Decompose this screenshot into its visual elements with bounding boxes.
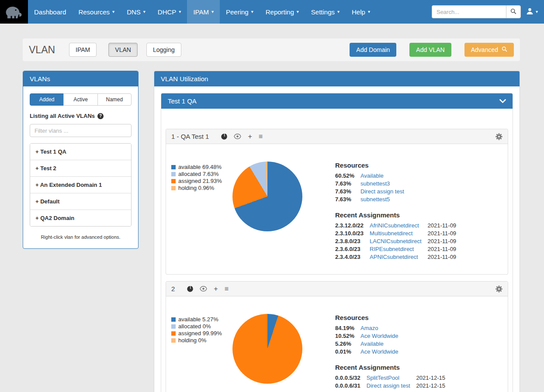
vlans-panel-header: VLANs — [23, 71, 138, 86]
chevron-down-icon[interactable] — [499, 99, 506, 103]
vlan-item-test-2[interactable]: + Test 2 — [30, 160, 131, 176]
tab-logging[interactable]: Logging — [146, 43, 181, 57]
vlans-panel-body: Added Active Named Listing all Active VL… — [23, 86, 138, 248]
help-icon[interactable]: ? — [97, 113, 104, 119]
navbar-right: ▾ — [432, 0, 544, 24]
vlan-item-an-extended-domain-1[interactable]: + An Extended Domain 1 — [30, 176, 131, 193]
legend-swatch — [171, 317, 176, 322]
caret-down-icon: ▾ — [368, 10, 370, 14]
sidebar-note: Right-click vlan for advanced options. — [30, 234, 132, 240]
search-icon — [510, 8, 516, 16]
eye-icon[interactable] — [234, 134, 241, 139]
vlan-item-test-1-qa[interactable]: + Test 1 QA — [30, 144, 131, 160]
assignment-row: 2.3.8.0/23 LACNICsubnetdirect 2021-11-09 — [335, 237, 462, 245]
caret-down-icon: ▾ — [112, 10, 114, 14]
advanced-button[interactable]: Advanced — [464, 43, 514, 57]
chart-toolbar: + ≡ — [187, 285, 229, 292]
assignment-link[interactable]: AfriNICsubnetdirect — [370, 222, 428, 230]
gear-icon[interactable] — [495, 285, 502, 292]
assignment-link[interactable]: LACNICsubnetdirect — [370, 237, 428, 245]
nav-item-dashboard[interactable]: Dashboard — [28, 0, 72, 24]
legend-swatch — [171, 165, 176, 169]
caret-down-icon: ▾ — [337, 10, 340, 14]
resource-row: 7.63% subnettest3 — [335, 180, 410, 188]
chart-stats: Resources 84.19% Amazo 10.52% — [335, 314, 502, 390]
assignment-cidr: 0.0.0.5/32 — [335, 374, 367, 382]
domain-panel-header[interactable]: Test 1 QA — [161, 93, 513, 109]
legend-swatch — [171, 331, 176, 336]
add-vlan-button[interactable]: Add VLAN — [409, 43, 451, 57]
assignment-date: 2021-11-09 — [428, 245, 463, 253]
chart-card-1-body: available 69.48% allocated 7.63% assigne… — [166, 144, 508, 274]
resource-link[interactable]: Amazo — [360, 324, 404, 332]
listing-label: Listing all Active VLANs ? — [30, 113, 132, 119]
nav-item-settings[interactable]: Settings ▾ — [305, 0, 346, 24]
list-icon[interactable]: ≡ — [225, 285, 229, 292]
resource-link[interactable]: subnettest3 — [360, 180, 410, 188]
add-icon[interactable]: + — [248, 133, 252, 140]
resource-link[interactable]: Available — [360, 340, 404, 348]
nav-item-dhcp[interactable]: DHCP ▾ — [152, 0, 187, 24]
assignment-row: 0.0.0.5/32 SplitTestPool 2021-12-15 — [335, 374, 451, 382]
assignment-cidr: 2.3.8.0/23 — [335, 237, 370, 245]
assignment-link[interactable]: RIPEsubnetdirect — [370, 245, 428, 253]
search-input[interactable] — [432, 5, 506, 18]
legend-swatch — [171, 338, 176, 343]
assignment-link[interactable]: SplitTestPool — [367, 374, 416, 382]
resource-link[interactable]: Ace Worldwide — [360, 348, 404, 356]
main-menu: Dashboard Resources ▾ DNS ▾ DHCP ▾ IPAM … — [28, 0, 376, 24]
resource-link[interactable]: Direct assign test — [360, 188, 410, 196]
add-domain-button[interactable]: Add Domain — [350, 43, 396, 57]
legend-item: available 5.27% — [171, 316, 230, 323]
resource-pct: 10.52% — [335, 332, 360, 340]
nav-item-dns[interactable]: DNS ▾ — [121, 0, 152, 24]
tab-ipam[interactable]: IPAM — [69, 43, 97, 57]
vlan-item-default[interactable]: + Default — [30, 193, 131, 210]
resources-heading: Resources — [335, 162, 502, 169]
app-logo[interactable] — [0, 0, 28, 24]
nav-item-ipam[interactable]: IPAM ▾ — [187, 0, 220, 24]
legend-item: allocated 0% — [171, 323, 230, 330]
assignment-link[interactable]: Direct assign test — [367, 382, 416, 390]
toggle-active[interactable]: Active — [63, 93, 97, 106]
eye-icon[interactable] — [200, 286, 207, 292]
pie-chart-icon[interactable] — [187, 286, 193, 292]
resource-pct: 7.63% — [335, 188, 360, 196]
resource-row: 7.63% subnettest5 — [335, 196, 410, 203]
list-icon[interactable]: ≡ — [259, 133, 263, 140]
header-actions: Add Domain Add VLAN Advanced — [350, 43, 514, 57]
resource-link[interactable]: Ace Worldwide — [360, 332, 404, 340]
vlan-item-qa2-domain[interactable]: + QA2 Domain — [30, 210, 131, 226]
tab-vlan[interactable]: VLAN — [108, 43, 138, 57]
resources-heading: Resources — [335, 314, 502, 321]
legend-item: holding 0.96% — [171, 185, 230, 192]
search-button[interactable] — [506, 5, 521, 18]
main-layout: VLANs Added Active Named Listing all Act… — [23, 71, 520, 392]
caret-down-icon: ▾ — [251, 10, 253, 14]
legend-swatch — [171, 186, 176, 190]
page-content: VLAN IPAM VLAN Logging Add Domain Add VL… — [0, 24, 544, 392]
legend-swatch — [171, 172, 176, 176]
resource-link[interactable]: subnettest5 — [360, 196, 410, 203]
pie-chart-icon[interactable] — [221, 134, 227, 140]
resource-link[interactable]: Available — [360, 172, 410, 180]
toggle-added[interactable]: Added — [30, 93, 64, 106]
nav-item-resources[interactable]: Resources ▾ — [72, 0, 121, 24]
vlans-panel: VLANs Added Active Named Listing all Act… — [23, 71, 139, 249]
nav-item-peering[interactable]: Peering ▾ — [220, 0, 260, 24]
chart-card-1-header: 1 - QA Test 1 — [166, 129, 508, 144]
assignment-link[interactable]: Multisubnetdirect — [370, 230, 428, 237]
nav-item-reporting[interactable]: Reporting ▾ — [260, 0, 305, 24]
caret-down-icon: ▾ — [211, 10, 214, 14]
gear-icon[interactable] — [495, 133, 502, 140]
domain-panel: Test 1 QA 1 - QA Test 1 — [161, 93, 513, 392]
vlan-filter-input[interactable] — [30, 124, 132, 137]
assignment-row: 2.3.12.0/22 AfriNICsubnetdirect 2021-11-… — [335, 222, 462, 230]
assignment-link[interactable]: APNICsubnetdirect — [370, 253, 428, 261]
vlan-list: + Test 1 QA + Test 2 + An Extended Domai… — [30, 143, 132, 227]
nav-item-help[interactable]: Help ▾ — [346, 0, 376, 24]
add-icon[interactable]: + — [214, 285, 218, 292]
recent-assignments: Recent Assignments 0.0.0.5/32 SplitTestP… — [335, 364, 502, 390]
toggle-named[interactable]: Named — [97, 93, 132, 106]
user-menu[interactable]: ▾ — [526, 7, 538, 16]
